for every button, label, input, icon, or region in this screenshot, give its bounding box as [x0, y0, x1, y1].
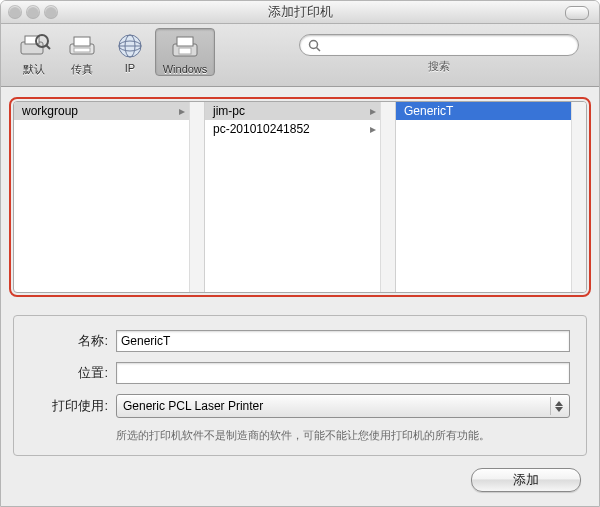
location-label: 位置: — [30, 364, 108, 382]
chevron-right-icon: ▸ — [370, 122, 376, 136]
add-button-label: 添加 — [513, 471, 539, 489]
search-icon — [308, 39, 321, 52]
windows-printer-icon — [167, 31, 203, 63]
browser-column-1: workgroup ▸ — [14, 102, 205, 292]
driver-popup[interactable]: Generic PCL Laser Printer — [116, 394, 570, 418]
svg-rect-12 — [177, 37, 193, 46]
add-button[interactable]: 添加 — [471, 468, 581, 492]
stepper-arrows-icon — [550, 397, 567, 415]
window-title: 添加打印机 — [1, 3, 599, 21]
titlebar: 添加打印机 — [1, 1, 599, 24]
toolbar-default[interactable]: 默认 — [11, 28, 57, 77]
driver-label: 打印使用: — [30, 397, 108, 415]
fax-icon — [64, 30, 100, 62]
globe-icon — [112, 30, 148, 62]
printer-search-icon — [16, 30, 52, 62]
toolbar-windows[interactable]: Windows — [155, 28, 215, 76]
printer-browser: workgroup ▸ jim-pc ▸ pc-201010241852 ▸ — [13, 101, 587, 293]
toolbar-toggle-button[interactable] — [565, 6, 589, 20]
toolbar-ip-label: IP — [125, 62, 135, 74]
scrollbar[interactable] — [189, 102, 204, 292]
toolbar-ip[interactable]: IP — [107, 28, 153, 74]
browser-column-2: jim-pc ▸ pc-201010241852 ▸ — [205, 102, 396, 292]
browser-item-label: pc-201010241852 — [213, 122, 310, 136]
scrollbar[interactable] — [380, 102, 395, 292]
toolbar-windows-label: Windows — [163, 63, 208, 75]
toolbar-fax[interactable]: 传真 — [59, 28, 105, 77]
name-field[interactable] — [116, 330, 570, 352]
chevron-right-icon: ▸ — [370, 104, 376, 118]
scrollbar[interactable] — [571, 102, 586, 292]
browser-item-jim-pc[interactable]: jim-pc ▸ — [205, 102, 380, 120]
browser-item-label: jim-pc — [213, 104, 245, 118]
svg-point-14 — [310, 40, 318, 48]
browser-item-generict[interactable]: GenericT — [396, 102, 571, 120]
location-field[interactable] — [116, 362, 570, 384]
browser-item-label: GenericT — [404, 104, 453, 118]
toolbar-search: 搜索 — [289, 28, 589, 74]
search-field[interactable] — [299, 34, 579, 56]
svg-rect-13 — [179, 48, 191, 54]
svg-line-15 — [317, 47, 321, 51]
browser-item-pc2010[interactable]: pc-201010241852 ▸ — [205, 120, 380, 138]
browser-item-label: workgroup — [22, 104, 78, 118]
browser-column-3: GenericT — [396, 102, 586, 292]
svg-rect-6 — [74, 48, 90, 52]
search-input[interactable] — [325, 37, 570, 53]
footer: 添加 — [471, 468, 581, 492]
svg-line-3 — [46, 45, 50, 49]
search-label: 搜索 — [428, 59, 450, 74]
add-printer-window: 添加打印机 默认 传真 — [0, 0, 600, 507]
chevron-right-icon: ▸ — [179, 104, 185, 118]
driver-value: Generic PCL Laser Printer — [123, 399, 263, 413]
driver-note: 所选的打印机软件不是制造商的软件，可能不能让您使用打印机的所有功能。 — [116, 428, 570, 443]
browser-item-workgroup[interactable]: workgroup ▸ — [14, 102, 189, 120]
name-label: 名称: — [30, 332, 108, 350]
toolbar: 默认 传真 IP — [1, 24, 599, 87]
printer-form: 名称: 位置: 打印使用: Generic PCL Laser Printer … — [13, 315, 587, 456]
svg-rect-5 — [74, 37, 90, 46]
toolbar-fax-label: 传真 — [71, 62, 93, 77]
toolbar-default-label: 默认 — [23, 62, 45, 77]
